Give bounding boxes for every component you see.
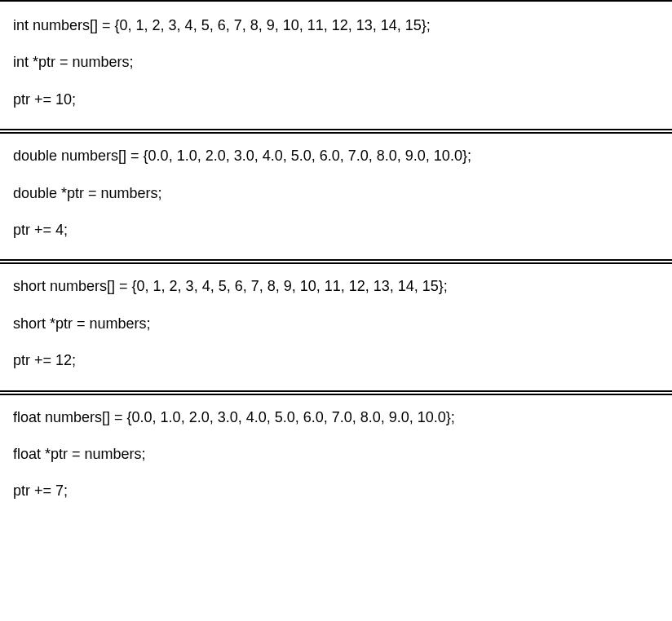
code-block-int: int numbers[] = {0, 1, 2, 3, 4, 5, 6, 7,… (0, 0, 672, 129)
code-line: short numbers[] = {0, 1, 2, 3, 4, 5, 6, … (13, 277, 659, 296)
code-line: ptr += 12; (13, 351, 659, 370)
code-line: double numbers[] = {0.0, 1.0, 2.0, 3.0, … (13, 147, 659, 165)
code-block-short: short numbers[] = {0, 1, 2, 3, 4, 5, 6, … (0, 259, 672, 390)
code-line: float *ptr = numbers; (13, 445, 659, 464)
code-line: ptr += 4; (13, 221, 659, 240)
code-line: ptr += 10; (13, 90, 659, 109)
code-line: short *ptr = numbers; (13, 315, 659, 333)
code-line: int *ptr = numbers; (13, 53, 659, 72)
code-line: ptr += 7; (13, 482, 659, 500)
code-line: double *ptr = numbers; (13, 184, 659, 203)
code-line: int numbers[] = {0, 1, 2, 3, 4, 5, 6, 7,… (13, 16, 659, 35)
code-block-float: float numbers[] = {0.0, 1.0, 2.0, 3.0, 4… (0, 390, 672, 521)
code-block-double: double numbers[] = {0.0, 1.0, 2.0, 3.0, … (0, 129, 672, 259)
code-line: float numbers[] = {0.0, 1.0, 2.0, 3.0, 4… (13, 408, 659, 427)
